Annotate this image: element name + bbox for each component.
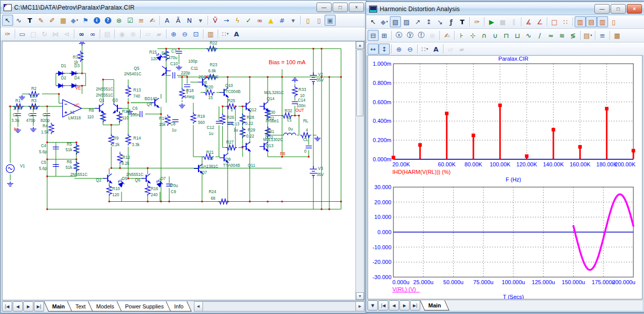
select-objects-icon[interactable]: ▭ [17, 28, 28, 39]
schematic-titlebar[interactable]: C:\MC11\DATA\Petrov\Paralax\Paralax.CIR … [1, 1, 366, 14]
shapes-mode-icon[interactable]: ◆▾ [69, 15, 80, 26]
display-options-dropdown-icon[interactable]: ▾ [195, 15, 206, 26]
rotate-icon[interactable]: ↻ [39, 28, 50, 39]
flip-x-icon[interactable]: ⋈ [50, 28, 61, 39]
edit-annotations-icon[interactable]: ✍ [441, 30, 453, 41]
y-axis-settings-icon[interactable]: ⓨ [405, 30, 416, 41]
schematic-horizontal-scrollbar[interactable]: ◀ ▶ [194, 301, 365, 311]
component-mode-icon[interactable]: ▦ [58, 15, 69, 26]
select-mode-icon[interactable]: ↖ [368, 16, 379, 27]
copy-box-icon[interactable]: □ [28, 28, 39, 39]
page-previous-icon[interactable]: ◀ [13, 301, 23, 311]
plot-list-dropdown-icon[interactable]: ▼ [368, 300, 378, 310]
voltage-probe-display-icon[interactable]: Ṽ [210, 15, 221, 26]
maximize-button[interactable]: □ [333, 3, 348, 12]
node-voltages-display-icon[interactable]: Ã [173, 15, 184, 26]
tab-power-supplies[interactable]: Power Supplies [116, 301, 172, 311]
properties-icon[interactable]: ✑ [2, 28, 13, 39]
select-mode-icon[interactable]: ↖ [2, 15, 13, 26]
title-block-display-icon[interactable]: ▯ [313, 15, 325, 26]
bring-to-front-icon[interactable]: ▱ [142, 28, 153, 39]
cursor-high-icon[interactable]: ⊓ [501, 30, 512, 41]
scroll-right-icon[interactable]: ▶ [355, 302, 364, 311]
page-first-icon[interactable]: |◀ [378, 300, 388, 310]
stimulus-mode-icon[interactable]: ✍ [147, 15, 158, 26]
page-next-icon[interactable]: ▶ [23, 301, 33, 311]
cursor-mode-icon[interactable]: ▨ [401, 16, 412, 27]
tracker-box-icon[interactable]: ⊞ [379, 30, 390, 41]
tokens-display-icon[interactable]: ∷ [560, 16, 571, 27]
cursor-next-point-icon[interactable]: ⊦ [456, 30, 467, 41]
cursor-low-icon[interactable]: ⊔ [512, 30, 523, 41]
scroll-down-icon[interactable]: ▼ [356, 292, 364, 300]
send-to-back-icon[interactable]: ▰ [153, 28, 165, 39]
current-display-icon[interactable]: → [221, 15, 232, 26]
scale-mode-icon[interactable]: ▧ [390, 16, 401, 27]
pin-connections-display-icon[interactable]: ∞ [254, 15, 265, 26]
info-mode-icon[interactable]: i [91, 15, 102, 26]
drc-warning-icon[interactable]: ▲ [265, 15, 276, 26]
scroll-thumb[interactable] [356, 50, 364, 116]
search-icon[interactable]: ⊜ [427, 30, 438, 41]
properties-icon[interactable]: ✑ [471, 16, 482, 27]
clear-errors-icon[interactable]: ⊗ [128, 28, 139, 39]
tab-info[interactable]: Info [166, 301, 192, 311]
overlay-plots-icon[interactable]: ∠ [534, 16, 545, 27]
x-axis-settings-icon[interactable]: ⓧ [393, 30, 405, 41]
zoom-scale-icon[interactable]: ⊡ [190, 28, 202, 39]
analysis-titlebar[interactable]: Harmonic Distortion Analysis — □ × [366, 2, 644, 15]
cursor-global-high-icon[interactable]: ≈ [545, 30, 556, 41]
page-last-icon[interactable]: ▶| [34, 301, 44, 311]
font-icon[interactable]: A [231, 28, 242, 39]
harmonic-distortion-chart[interactable]: 0.000m0.200m0.400m0.600m0.800m1.000m20.0… [368, 56, 642, 183]
zoom-out-icon[interactable]: ⊖ [179, 28, 190, 39]
shapes-dropdown-icon[interactable]: ◆▾ [379, 16, 390, 27]
page-last-icon[interactable]: ▶| [410, 300, 420, 310]
run-icon[interactable]: ▶ [486, 16, 497, 27]
find-icon[interactable]: ∞ [76, 28, 87, 39]
cursor-inflection-icon[interactable]: ∿ [523, 30, 534, 41]
output-waveform-chart[interactable]: 30.00020.00010.0000.000-10.000-20.000-30… [368, 183, 642, 299]
point-tag-mode-icon[interactable]: ↘ [434, 16, 446, 27]
accumulate-plots-icon[interactable]: ∡ [523, 16, 534, 27]
clipboard-copy-icon[interactable]: ▤▾ [582, 30, 593, 41]
split-window-icon[interactable]: ▥ [205, 28, 216, 39]
cursor-slope-icon[interactable]: ∕ [534, 30, 545, 41]
panel-3-toggle-icon[interactable]: ▥ [597, 16, 608, 27]
wire-mode-icon[interactable]: ∿ [13, 15, 24, 26]
stop-icon[interactable]: ■ [497, 16, 508, 27]
bring-to-front-icon[interactable]: ▱ [445, 43, 456, 55]
fx-axis-settings-icon[interactable]: ⓕ [416, 30, 427, 41]
formula-text-mode-icon[interactable]: ƒ [446, 16, 457, 27]
cursor-global-low-icon[interactable]: ≋ [556, 30, 568, 41]
condition-display-icon[interactable]: ✓ [243, 15, 254, 26]
page-first-icon[interactable]: |◀ [2, 301, 12, 311]
attribute-text-display-icon[interactable]: A [162, 15, 173, 26]
close-button[interactable]: × [349, 3, 364, 12]
bus-mode-icon[interactable]: ≡ [136, 15, 147, 26]
cursor-valley-icon[interactable]: ∪ [490, 30, 501, 41]
numeric-limits-icon[interactable]: ▦ [612, 30, 623, 41]
vertical-tag-mode-icon[interactable]: ↕ [423, 16, 434, 27]
panel-4-toggle-icon[interactable]: ▯ [608, 16, 619, 27]
panel-2-toggle-icon[interactable]: ▤ [586, 16, 597, 27]
close-button[interactable]: × [627, 4, 642, 14]
link-mode-icon[interactable]: ⊛ [113, 15, 125, 26]
node-numbers-display-icon[interactable]: N [184, 15, 195, 26]
page-previous-icon[interactable]: ◀ [389, 300, 399, 310]
font-icon[interactable]: A [430, 43, 441, 55]
data-points-display-icon[interactable]: □ [549, 16, 560, 27]
cursor-peak-icon[interactable]: ∩ [478, 30, 490, 41]
scroll-left-icon[interactable]: ◀ [194, 302, 203, 311]
help-mode-icon[interactable]: ? [102, 15, 113, 26]
find-next-icon[interactable]: ∞ [87, 28, 98, 39]
zoom-out-icon[interactable]: ⊖ [405, 43, 416, 55]
scroll-up-icon[interactable]: ▲ [356, 41, 364, 49]
schematic-canvas[interactable]: R71kD1D3D2D4R2100R12.7kR37.5kC13.3uC2470… [2, 41, 365, 300]
cursor-next-intercept-icon[interactable]: ⊹ [467, 30, 478, 41]
horizontal-cursor-icon[interactable]: ⊟ [368, 30, 379, 41]
flip-y-icon[interactable]: ⊲ [61, 28, 72, 39]
maximize-button[interactable]: □ [611, 4, 626, 14]
minimize-button[interactable]: — [316, 3, 332, 12]
flag-mode-icon[interactable]: ⚑ [80, 15, 91, 26]
